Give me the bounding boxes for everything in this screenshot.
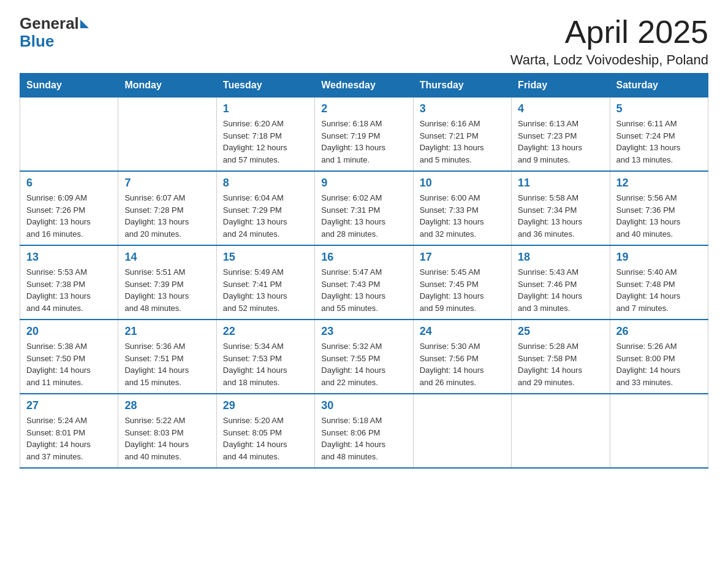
logo-arrow-icon [80, 20, 89, 28]
calendar-week-row: 20Sunrise: 5:38 AM Sunset: 7:50 PM Dayli… [20, 320, 708, 394]
day-number: 11 [518, 177, 603, 190]
day-number: 16 [321, 251, 406, 264]
day-info: Sunrise: 5:58 AM Sunset: 7:34 PM Dayligh… [518, 192, 603, 240]
calendar-cell: 10Sunrise: 6:00 AM Sunset: 7:33 PM Dayli… [413, 171, 511, 245]
calendar-cell: 3Sunrise: 6:16 AM Sunset: 7:21 PM Daylig… [413, 98, 511, 172]
calendar-cell: 22Sunrise: 5:34 AM Sunset: 7:53 PM Dayli… [216, 320, 314, 394]
page-header: General Blue April 2025 Warta, Lodz Voiv… [20, 15, 708, 68]
calendar-cell: 17Sunrise: 5:45 AM Sunset: 7:45 PM Dayli… [413, 245, 511, 320]
calendar-cell: 13Sunrise: 5:53 AM Sunset: 7:38 PM Dayli… [20, 245, 118, 320]
calendar-cell: 27Sunrise: 5:24 AM Sunset: 8:01 PM Dayli… [20, 394, 118, 468]
calendar-cell [413, 394, 511, 468]
calendar-cell [610, 394, 708, 468]
day-info: Sunrise: 6:11 AM Sunset: 7:24 PM Dayligh… [616, 118, 702, 166]
day-number: 2 [321, 102, 406, 115]
weekday-header-saturday: Saturday [610, 74, 708, 98]
calendar-cell: 8Sunrise: 6:04 AM Sunset: 7:29 PM Daylig… [216, 171, 314, 245]
day-number: 19 [616, 251, 702, 264]
day-info: Sunrise: 5:18 AM Sunset: 8:06 PM Dayligh… [321, 415, 406, 462]
day-number: 9 [321, 177, 406, 190]
calendar-cell: 18Sunrise: 5:43 AM Sunset: 7:46 PM Dayli… [512, 245, 610, 320]
day-info: Sunrise: 5:32 AM Sunset: 7:55 PM Dayligh… [321, 340, 406, 388]
calendar-cell: 16Sunrise: 5:47 AM Sunset: 7:43 PM Dayli… [315, 245, 413, 320]
calendar-cell: 19Sunrise: 5:40 AM Sunset: 7:48 PM Dayli… [610, 245, 708, 320]
calendar-cell: 20Sunrise: 5:38 AM Sunset: 7:50 PM Dayli… [20, 320, 118, 394]
calendar-week-row: 27Sunrise: 5:24 AM Sunset: 8:01 PM Dayli… [20, 394, 708, 468]
calendar-cell: 14Sunrise: 5:51 AM Sunset: 7:39 PM Dayli… [118, 245, 216, 320]
day-number: 15 [223, 251, 308, 264]
calendar-title: April 2025 [510, 15, 708, 50]
day-number: 4 [518, 102, 603, 115]
day-info: Sunrise: 5:24 AM Sunset: 8:01 PM Dayligh… [26, 415, 112, 462]
weekday-header-friday: Friday [512, 74, 610, 98]
day-info: Sunrise: 6:00 AM Sunset: 7:33 PM Dayligh… [420, 192, 505, 240]
weekday-header-thursday: Thursday [413, 74, 511, 98]
day-number: 7 [124, 177, 210, 190]
day-info: Sunrise: 6:09 AM Sunset: 7:26 PM Dayligh… [26, 192, 112, 240]
day-number: 1 [223, 102, 308, 115]
day-info: Sunrise: 6:13 AM Sunset: 7:23 PM Dayligh… [518, 118, 603, 166]
calendar-cell: 6Sunrise: 6:09 AM Sunset: 7:26 PM Daylig… [20, 171, 118, 245]
calendar-table: SundayMondayTuesdayWednesdayThursdayFrid… [20, 73, 708, 469]
calendar-cell: 28Sunrise: 5:22 AM Sunset: 8:03 PM Dayli… [118, 394, 216, 468]
day-info: Sunrise: 5:30 AM Sunset: 7:56 PM Dayligh… [420, 340, 505, 388]
weekday-header-monday: Monday [118, 74, 216, 98]
day-number: 26 [616, 325, 702, 338]
calendar-cell: 7Sunrise: 6:07 AM Sunset: 7:28 PM Daylig… [118, 171, 216, 245]
day-number: 29 [223, 399, 308, 412]
title-block: April 2025 Warta, Lodz Voivodeship, Pola… [510, 15, 708, 68]
day-info: Sunrise: 6:07 AM Sunset: 7:28 PM Dayligh… [124, 192, 210, 240]
calendar-cell: 23Sunrise: 5:32 AM Sunset: 7:55 PM Dayli… [315, 320, 413, 394]
weekday-header-wednesday: Wednesday [315, 74, 413, 98]
day-info: Sunrise: 6:20 AM Sunset: 7:18 PM Dayligh… [223, 118, 308, 166]
day-number: 22 [223, 325, 308, 338]
weekday-header-row: SundayMondayTuesdayWednesdayThursdayFrid… [20, 74, 708, 98]
logo: General Blue [20, 15, 89, 50]
calendar-subtitle: Warta, Lodz Voivodeship, Poland [510, 52, 708, 68]
calendar-cell: 21Sunrise: 5:36 AM Sunset: 7:51 PM Dayli… [118, 320, 216, 394]
day-number: 30 [321, 399, 406, 412]
day-info: Sunrise: 5:53 AM Sunset: 7:38 PM Dayligh… [26, 266, 112, 314]
calendar-cell: 24Sunrise: 5:30 AM Sunset: 7:56 PM Dayli… [413, 320, 511, 394]
day-number: 17 [420, 251, 505, 264]
day-info: Sunrise: 5:22 AM Sunset: 8:03 PM Dayligh… [124, 415, 210, 462]
day-number: 10 [420, 177, 505, 190]
day-number: 25 [518, 325, 603, 338]
calendar-cell: 4Sunrise: 6:13 AM Sunset: 7:23 PM Daylig… [512, 98, 610, 172]
day-info: Sunrise: 6:18 AM Sunset: 7:19 PM Dayligh… [321, 118, 406, 166]
day-number: 5 [616, 102, 702, 115]
calendar-cell [20, 98, 118, 172]
day-info: Sunrise: 6:04 AM Sunset: 7:29 PM Dayligh… [223, 192, 308, 240]
weekday-header-sunday: Sunday [20, 74, 118, 98]
calendar-cell: 26Sunrise: 5:26 AM Sunset: 8:00 PM Dayli… [610, 320, 708, 394]
calendar-cell: 11Sunrise: 5:58 AM Sunset: 7:34 PM Dayli… [512, 171, 610, 245]
day-info: Sunrise: 6:02 AM Sunset: 7:31 PM Dayligh… [321, 192, 406, 240]
calendar-cell: 29Sunrise: 5:20 AM Sunset: 8:05 PM Dayli… [216, 394, 314, 468]
calendar-cell: 30Sunrise: 5:18 AM Sunset: 8:06 PM Dayli… [315, 394, 413, 468]
day-info: Sunrise: 5:43 AM Sunset: 7:46 PM Dayligh… [518, 266, 603, 314]
day-number: 18 [518, 251, 603, 264]
day-info: Sunrise: 5:40 AM Sunset: 7:48 PM Dayligh… [616, 266, 702, 314]
day-info: Sunrise: 5:38 AM Sunset: 7:50 PM Dayligh… [26, 340, 112, 388]
day-number: 8 [223, 177, 308, 190]
calendar-week-row: 13Sunrise: 5:53 AM Sunset: 7:38 PM Dayli… [20, 245, 708, 320]
logo-blue-text: Blue [20, 33, 89, 50]
weekday-header-tuesday: Tuesday [216, 74, 314, 98]
day-number: 21 [124, 325, 210, 338]
day-info: Sunrise: 5:47 AM Sunset: 7:43 PM Dayligh… [321, 266, 406, 314]
calendar-cell: 2Sunrise: 6:18 AM Sunset: 7:19 PM Daylig… [315, 98, 413, 172]
day-info: Sunrise: 5:34 AM Sunset: 7:53 PM Dayligh… [223, 340, 308, 388]
day-info: Sunrise: 5:49 AM Sunset: 7:41 PM Dayligh… [223, 266, 308, 314]
day-number: 3 [420, 102, 505, 115]
day-number: 28 [124, 399, 210, 412]
calendar-cell: 12Sunrise: 5:56 AM Sunset: 7:36 PM Dayli… [610, 171, 708, 245]
calendar-week-row: 1Sunrise: 6:20 AM Sunset: 7:18 PM Daylig… [20, 98, 708, 172]
day-info: Sunrise: 5:51 AM Sunset: 7:39 PM Dayligh… [124, 266, 210, 314]
logo-general-text: General [20, 15, 79, 33]
day-info: Sunrise: 5:56 AM Sunset: 7:36 PM Dayligh… [616, 192, 702, 240]
day-info: Sunrise: 5:26 AM Sunset: 8:00 PM Dayligh… [616, 340, 702, 388]
day-number: 23 [321, 325, 406, 338]
calendar-cell: 1Sunrise: 6:20 AM Sunset: 7:18 PM Daylig… [216, 98, 314, 172]
day-number: 6 [26, 177, 112, 190]
calendar-cell: 5Sunrise: 6:11 AM Sunset: 7:24 PM Daylig… [610, 98, 708, 172]
